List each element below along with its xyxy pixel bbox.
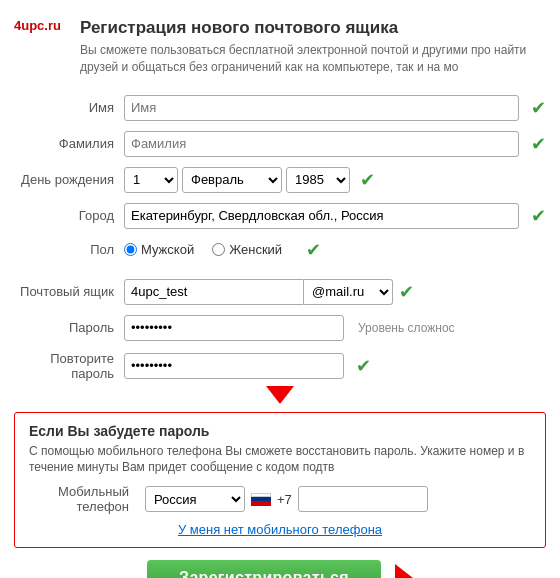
- recovery-subtitle: С помощью мобильного телефона Вы сможете…: [29, 443, 531, 477]
- gender-label: Пол: [14, 242, 124, 257]
- confirm-check-icon: ✔: [356, 355, 371, 377]
- gender-control: Мужской Женский ✔: [124, 239, 546, 261]
- email-check-icon: ✔: [399, 281, 414, 303]
- confirm-control: ✔: [124, 353, 546, 379]
- gender-row: Пол Мужской Женский ✔: [0, 234, 560, 266]
- phone-input[interactable]: [298, 486, 428, 512]
- name-check-icon: ✔: [531, 97, 546, 119]
- gender-male-radio[interactable]: [124, 243, 137, 256]
- phone-row: Мобильный телефон Россия +7: [29, 484, 531, 514]
- city-check-icon: ✔: [531, 205, 546, 227]
- dob-year-select[interactable]: 1985: [286, 167, 350, 193]
- dob-row: День рождения 12345 678910 1112131415 16…: [0, 162, 560, 198]
- city-input[interactable]: [124, 203, 519, 229]
- password-control: Уровень сложнос: [124, 315, 546, 341]
- page-subtitle: Вы сможете пользоваться бесплатной элект…: [80, 42, 550, 76]
- name-input[interactable]: [124, 95, 519, 121]
- surname-check-icon: ✔: [531, 133, 546, 155]
- confirm-password-row: Повторите пароль ✔: [0, 346, 560, 386]
- name-control: ✔: [124, 95, 546, 121]
- gender-check-icon: ✔: [306, 239, 321, 261]
- email-domain-select[interactable]: @mail.ru@inbox.ru@list.ru@bk.ru: [304, 279, 393, 305]
- email-row: Почтовый ящик @mail.ru@inbox.ru@list.ru@…: [0, 274, 560, 310]
- page-title: Регистрация нового почтового ящика: [80, 18, 550, 38]
- dob-day-select[interactable]: 12345 678910 1112131415 1617181920 21222…: [124, 167, 178, 193]
- gender-female-text: Женский: [229, 242, 282, 257]
- recovery-title: Если Вы забудете пароль: [29, 423, 531, 439]
- password-strength-label: Уровень сложнос: [358, 321, 455, 335]
- dob-label: День рождения: [14, 172, 124, 187]
- password-row: Пароль Уровень сложнос: [0, 310, 560, 346]
- password-label: Пароль: [14, 320, 124, 335]
- city-label: Город: [14, 208, 124, 223]
- recovery-box: Если Вы забудете пароль С помощью мобиль…: [14, 412, 546, 549]
- dob-check-icon: ✔: [360, 169, 375, 191]
- submit-area: Зарегистрироваться: [14, 560, 546, 578]
- email-control: @mail.ru@inbox.ru@list.ru@bk.ru ✔: [124, 279, 546, 305]
- no-phone-link[interactable]: У меня нет мобильного телефона: [29, 522, 531, 537]
- name-row: Имя ✔: [0, 90, 560, 126]
- surname-control: ✔: [124, 131, 546, 157]
- name-label: Имя: [14, 100, 124, 115]
- surname-row: Фамилия ✔: [0, 126, 560, 162]
- dob-control: 12345 678910 1112131415 1617181920 21222…: [124, 167, 546, 193]
- surname-label: Фамилия: [14, 136, 124, 151]
- password-input[interactable]: [124, 315, 344, 341]
- city-control: ✔: [124, 203, 546, 229]
- gender-male-label[interactable]: Мужской: [124, 242, 194, 257]
- submit-arrow-icon: [395, 564, 413, 578]
- submit-button[interactable]: Зарегистрироваться: [147, 560, 381, 578]
- russia-flag-icon: [251, 493, 271, 506]
- gender-female-label[interactable]: Женский: [212, 242, 282, 257]
- confirm-label: Повторите пароль: [14, 351, 124, 381]
- email-input[interactable]: [124, 279, 304, 305]
- country-select[interactable]: Россия: [145, 486, 245, 512]
- phone-label: Мобильный телефон: [29, 484, 139, 514]
- surname-input[interactable]: [124, 131, 519, 157]
- city-row: Город ✔: [0, 198, 560, 234]
- dob-month-select[interactable]: ЯнварьФевральМартАпрель МайИюньИюльАвгус…: [182, 167, 282, 193]
- recovery-arrow-icon: [266, 386, 294, 404]
- phone-prefix: +7: [277, 492, 292, 507]
- gender-male-text: Мужской: [141, 242, 194, 257]
- gender-female-radio[interactable]: [212, 243, 225, 256]
- email-label: Почтовый ящик: [14, 284, 124, 299]
- recovery-arrow-area: [0, 386, 560, 404]
- confirm-input[interactable]: [124, 353, 344, 379]
- site-logo: 4upc.ru: [0, 10, 75, 41]
